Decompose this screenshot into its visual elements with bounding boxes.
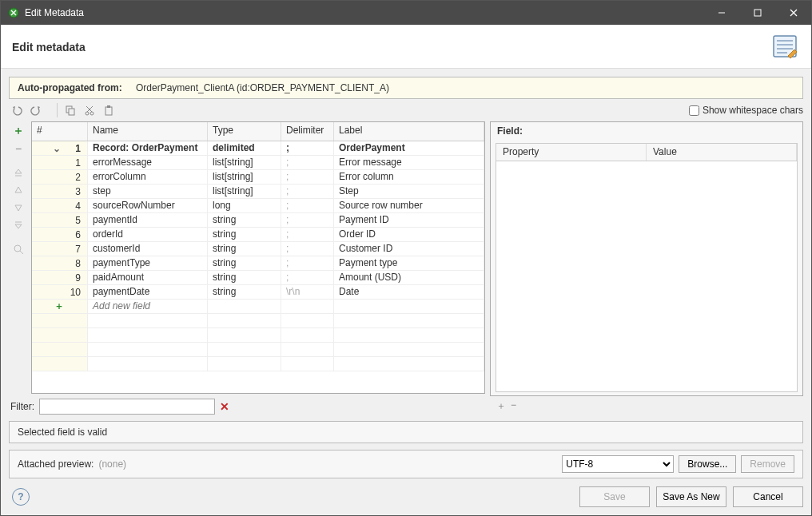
show-whitespace-input[interactable] [689,105,699,116]
status-text: Selected field is valid [18,427,107,438]
col-header-label[interactable]: Label [334,122,484,141]
svg-point-20 [14,245,21,252]
cancel-button[interactable]: Cancel [733,486,803,507]
status-bar: Selected field is valid [9,421,803,443]
undo-button[interactable] [9,102,25,118]
col-header-num[interactable]: # [32,122,88,141]
redo-button[interactable] [28,102,44,118]
table-row[interactable]: 7customerIdstring;Customer ID [32,242,484,256]
value-header: Value [647,144,797,161]
toolbar: Show whitespace chars [1,99,811,120]
main-area: ＋ − # Name Type Delimiter Label ⌄1Reco [1,120,811,416]
cut-button[interactable] [82,102,98,118]
svg-rect-17 [107,105,110,108]
svg-line-15 [86,106,92,112]
table-row[interactable]: 1errorMessagelist[string];Error message [32,156,484,170]
expand-icon[interactable]: ⌄ [53,143,61,154]
move-up-button[interactable] [9,182,28,198]
save-button[interactable]: Save [579,486,650,507]
search-button[interactable] [9,241,28,257]
window-controls [703,1,811,25]
filter-clear-button[interactable]: ✕ [220,400,229,413]
table-row[interactable] [32,343,484,357]
auto-propagated-banner: Auto-propagated from: OrderPayment_Clien… [9,77,803,99]
remove-property-button[interactable]: − [511,399,516,413]
field-panel-tools: ＋ − [490,396,803,416]
table-row[interactable]: 6orderIdstring;Order ID [32,228,484,242]
move-top-button[interactable] [9,165,28,181]
move-down-button[interactable] [9,200,28,216]
help-button[interactable]: ? [12,488,30,506]
table-row[interactable] [32,314,484,328]
metadata-icon [771,33,800,62]
grid-body: ⌄1Record: OrderPaymentdelimited;OrderPay… [32,141,484,393]
maximize-button[interactable] [739,1,775,25]
copy-button[interactable] [62,102,78,118]
col-header-type[interactable]: Type [208,122,281,141]
minimize-button[interactable] [703,1,739,25]
svg-line-21 [20,251,23,254]
show-whitespace-checkbox[interactable]: Show whitespace chars [689,105,803,116]
row-toolbar: ＋ − [9,121,31,394]
browse-button[interactable]: Browse... [679,455,736,473]
filter-input[interactable] [39,399,215,415]
preview-row: Attached preview: (none) UTF-8 Browse...… [9,450,803,478]
table-row[interactable]: ⌄1Record: OrderPaymentdelimited;OrderPay… [32,141,484,156]
left-top: ＋ − # Name Type Delimiter Label ⌄1Reco [9,121,485,394]
grid-header: # Name Type Delimiter Label [32,122,484,141]
table-row[interactable]: 8paymentTypestring;Payment type [32,256,484,271]
col-header-name[interactable]: Name [88,122,208,141]
add-property-button[interactable]: ＋ [496,399,506,413]
remove-row-button[interactable]: − [9,141,28,157]
preview-value: (none) [98,458,126,470]
banner-value: OrderPayment_ClientA (id:ORDER_PAYMENT_C… [136,82,389,93]
paste-button[interactable] [101,102,117,118]
table-row[interactable]: 2errorColumnlist[string];Error column [32,170,484,185]
table-row[interactable]: 5paymentIdstring;Payment ID [32,213,484,228]
svg-rect-11 [69,109,74,115]
field-property-table[interactable]: Property Value [496,143,798,392]
app-icon [7,6,20,19]
svg-point-12 [86,112,89,115]
svg-rect-16 [105,107,112,115]
property-header: Property [496,144,647,161]
table-row[interactable]: 4sourceRowNumberlong;Source row number [32,199,484,213]
fields-grid[interactable]: # Name Type Delimiter Label ⌄1Record: Or… [31,121,485,394]
show-whitespace-label: Show whitespace chars [703,105,803,116]
field-panel: Field: Property Value [490,121,803,396]
dialog-header: Edit metadata [1,25,811,69]
remove-preview-button[interactable]: Remove [741,455,794,473]
table-row[interactable]: 10paymentDatestring\r\nDate [32,285,484,300]
banner-label: Auto-propagated from: [18,82,122,93]
table-row[interactable]: 9paidAmountstring;Amount (USD) [32,271,484,285]
titlebar: Edit Metadata [1,1,811,25]
window-title: Edit Metadata [25,7,703,18]
add-row-button[interactable]: ＋ [9,123,28,139]
encoding-select[interactable]: UTF-8 [562,455,674,473]
col-header-delim[interactable]: Delimiter [281,122,334,141]
svg-line-14 [87,106,93,112]
preview-label: Attached preview: [18,458,94,470]
table-row[interactable] [32,328,484,343]
filter-label: Filter: [10,401,34,412]
left-column: ＋ − # Name Type Delimiter Label ⌄1Reco [9,121,485,416]
table-row[interactable] [32,357,484,371]
bottom-bar: ? Save Save As New Cancel [1,478,811,515]
add-field-icon[interactable]: ＋ [54,300,64,313]
svg-rect-2 [754,10,761,16]
save-as-new-button[interactable]: Save As New [656,486,726,507]
close-button[interactable] [775,1,811,25]
field-panel-title: Field: [491,122,802,140]
page-title: Edit metadata [12,41,771,54]
filter-row: Filter: ✕ [9,394,485,416]
table-row[interactable]: 3steplist[string];Step [32,185,484,199]
move-bottom-button[interactable] [9,217,28,233]
svg-point-13 [90,112,94,115]
table-row[interactable]: ＋Add new field [32,300,484,314]
toolbar-divider [57,103,58,117]
